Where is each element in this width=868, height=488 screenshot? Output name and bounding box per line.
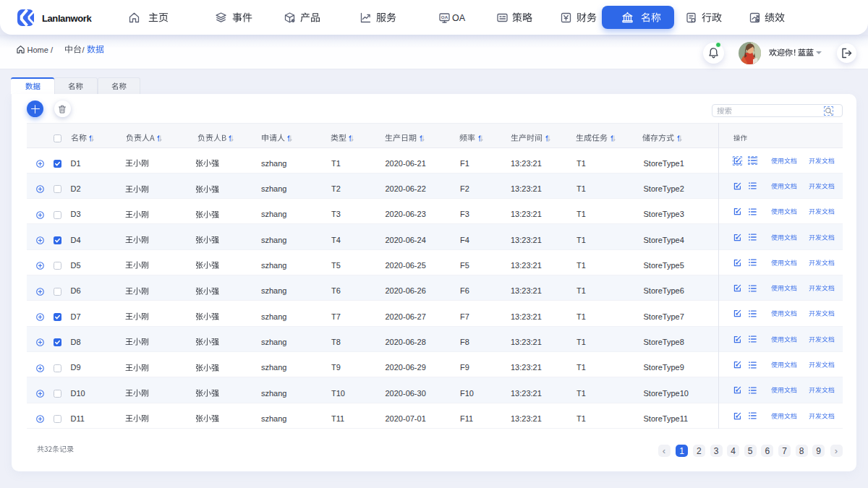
svg-text:OA: OA — [441, 14, 448, 20]
